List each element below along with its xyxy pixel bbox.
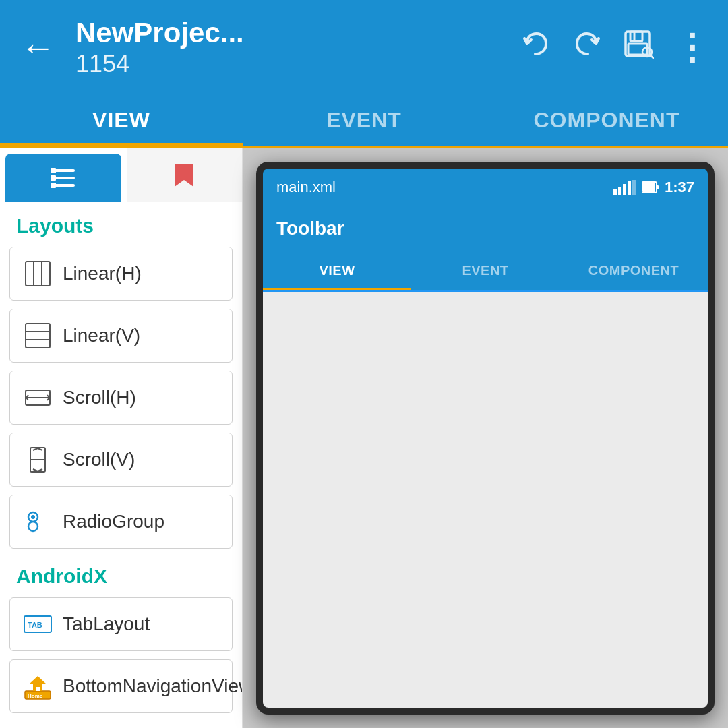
app-bar-title: NewProjec... 1154 [75,16,508,78]
svg-rect-10 [51,175,56,181]
linear-h-icon [24,260,52,288]
main-content: Layouts Linear(H) Linear(V) [0,148,728,728]
app-bar: ← NewProjec... 1154 [0,0,728,94]
svg-rect-38 [642,183,655,192]
svg-text:TAB: TAB [28,621,42,629]
linear-v-label: Linear(V) [63,325,140,346]
svg-rect-1 [630,32,642,41]
svg-rect-30 [36,687,40,691]
scroll-v-icon [24,446,52,474]
layouts-section-header: Layouts [0,202,242,243]
device-tab-bar: VIEW EVENT COMPONENT [263,251,708,292]
panel-tab-palette[interactable] [5,154,121,202]
tablayout-label: TabLayout [63,613,150,635]
project-number: 1154 [75,50,508,78]
app-bar-actions: ⋮ [522,28,708,67]
device-tab-component[interactable]: COMPONENT [559,251,708,290]
undo-icon[interactable] [522,29,551,65]
device-frame: main.xml 1: [256,162,715,715]
layout-scroll-h[interactable]: Scroll(H) [9,371,233,425]
device-time: 1:37 [665,179,694,196]
scroll-h-icon [24,384,52,412]
save-icon[interactable] [621,28,654,67]
device-content [263,292,708,715]
radiogroup-icon [24,508,52,536]
layout-linear-v[interactable]: Linear(V) [9,309,233,363]
svg-point-24 [28,522,38,531]
device-toolbar-title: Toolbar [276,218,344,239]
svg-rect-33 [618,187,621,195]
scroll-v-label: Scroll(V) [63,449,135,471]
svg-rect-39 [657,185,659,189]
svg-rect-11 [51,183,56,188]
svg-rect-34 [623,184,626,195]
project-name: NewProjec... [75,16,508,50]
layout-tablayout[interactable]: TAB TabLayout [9,597,233,651]
svg-rect-35 [628,181,631,195]
device-preview-area: main.xml 1: [243,148,728,728]
tab-view[interactable]: VIEW [0,94,243,146]
bottomnav-icon: Home [24,672,52,700]
layout-linear-h[interactable]: Linear(H) [9,247,233,301]
panel-tab-bookmark[interactable] [127,148,243,202]
more-icon[interactable]: ⋮ [674,30,708,65]
svg-rect-15 [26,324,50,348]
device-tab-event[interactable]: EVENT [411,251,559,290]
tablayout-icon: TAB [24,610,52,638]
svg-rect-36 [632,180,636,195]
layout-radiogroup[interactable]: RadioGroup [9,495,233,549]
svg-rect-9 [51,168,56,173]
device-toolbar: Toolbar [263,206,708,251]
svg-line-5 [650,55,653,58]
scroll-h-label: Scroll(H) [63,387,136,408]
svg-marker-28 [29,676,47,684]
bottomnav-label: BottomNavigationView [63,675,243,697]
device-file-name: main.xml [276,179,336,196]
device-tab-view[interactable]: VIEW [263,251,411,290]
linear-v-icon [24,322,52,350]
layout-scroll-v[interactable]: Scroll(V) [9,433,233,487]
svg-text:Home: Home [28,693,43,699]
svg-rect-32 [613,189,617,195]
main-tab-bar: VIEW EVENT COMPONENT [0,94,728,148]
panel-tab-row [0,148,242,202]
tab-component[interactable]: COMPONENT [485,94,728,146]
linear-h-label: Linear(H) [63,263,142,284]
device-status-bar: main.xml 1: [263,169,708,206]
svg-point-23 [31,515,35,519]
left-panel: Layouts Linear(H) Linear(V) [0,148,243,728]
radiogroup-label: RadioGroup [63,511,164,533]
back-button[interactable]: ← [20,30,55,65]
layout-bottomnav[interactable]: Home BottomNavigationView [9,659,233,713]
androidx-section-header: AndroidX [0,553,242,593]
device-status-icons: 1:37 [613,179,694,196]
svg-rect-12 [26,262,50,286]
tab-event[interactable]: EVENT [243,94,485,146]
redo-icon[interactable] [572,29,601,65]
